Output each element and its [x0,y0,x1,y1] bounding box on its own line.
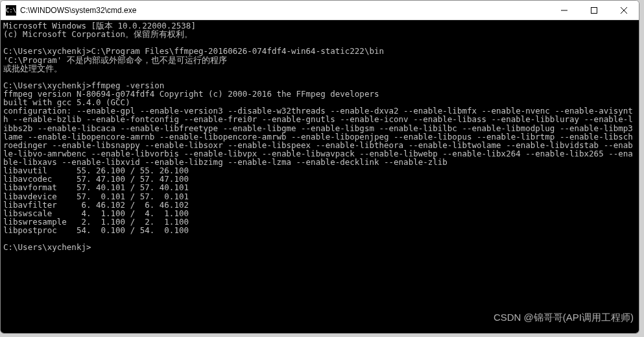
maximize-icon [591,7,597,14]
svg-rect-1 [591,7,597,13]
window-controls [549,1,639,19]
close-button[interactable] [609,1,639,19]
minimize-button[interactable] [549,1,579,19]
titlebar[interactable]: C:\ C:\WINDOWS\system32\cmd.exe [1,1,639,20]
cmd-icon: C:\ [6,5,16,16]
minimize-icon [561,7,567,14]
maximize-button[interactable] [579,1,609,19]
close-icon [621,7,627,14]
window-title: C:\WINDOWS\system32\cmd.exe [20,6,549,15]
terminal-output[interactable]: Microsoft Windows [版本 10.0.22000.2538] (… [1,20,639,333]
cmd-window: C:\ C:\WINDOWS\system32\cmd.exe Microsof… [0,0,639,334]
